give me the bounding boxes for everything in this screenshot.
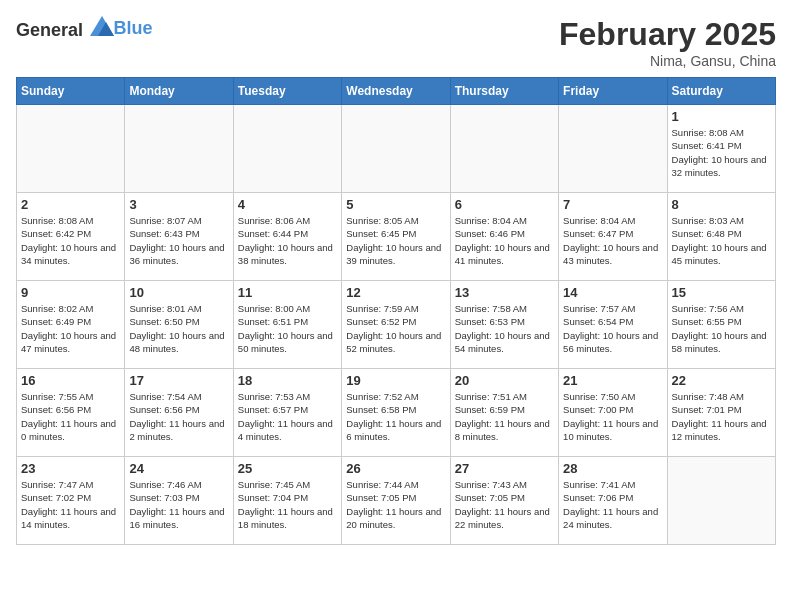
logo-icon bbox=[90, 16, 114, 36]
day-info: Sunrise: 7:51 AM Sunset: 6:59 PM Dayligh… bbox=[455, 390, 554, 443]
logo-general: General bbox=[16, 20, 83, 40]
day-info: Sunrise: 7:50 AM Sunset: 7:00 PM Dayligh… bbox=[563, 390, 662, 443]
day-info: Sunrise: 8:07 AM Sunset: 6:43 PM Dayligh… bbox=[129, 214, 228, 267]
day-header-thursday: Thursday bbox=[450, 78, 558, 105]
calendar-cell: 24Sunrise: 7:46 AM Sunset: 7:03 PM Dayli… bbox=[125, 457, 233, 545]
calendar-cell: 12Sunrise: 7:59 AM Sunset: 6:52 PM Dayli… bbox=[342, 281, 450, 369]
day-info: Sunrise: 7:47 AM Sunset: 7:02 PM Dayligh… bbox=[21, 478, 120, 531]
day-info: Sunrise: 8:08 AM Sunset: 6:42 PM Dayligh… bbox=[21, 214, 120, 267]
day-number: 17 bbox=[129, 373, 228, 388]
day-info: Sunrise: 7:43 AM Sunset: 7:05 PM Dayligh… bbox=[455, 478, 554, 531]
calendar-week-3: 9Sunrise: 8:02 AM Sunset: 6:49 PM Daylig… bbox=[17, 281, 776, 369]
day-number: 20 bbox=[455, 373, 554, 388]
day-info: Sunrise: 7:53 AM Sunset: 6:57 PM Dayligh… bbox=[238, 390, 337, 443]
day-info: Sunrise: 7:56 AM Sunset: 6:55 PM Dayligh… bbox=[672, 302, 771, 355]
day-number: 25 bbox=[238, 461, 337, 476]
calendar-cell: 6Sunrise: 8:04 AM Sunset: 6:46 PM Daylig… bbox=[450, 193, 558, 281]
calendar-cell: 14Sunrise: 7:57 AM Sunset: 6:54 PM Dayli… bbox=[559, 281, 667, 369]
calendar-cell bbox=[17, 105, 125, 193]
day-info: Sunrise: 8:04 AM Sunset: 6:46 PM Dayligh… bbox=[455, 214, 554, 267]
calendar-cell: 28Sunrise: 7:41 AM Sunset: 7:06 PM Dayli… bbox=[559, 457, 667, 545]
day-number: 4 bbox=[238, 197, 337, 212]
calendar-cell: 23Sunrise: 7:47 AM Sunset: 7:02 PM Dayli… bbox=[17, 457, 125, 545]
day-number: 24 bbox=[129, 461, 228, 476]
day-info: Sunrise: 7:44 AM Sunset: 7:05 PM Dayligh… bbox=[346, 478, 445, 531]
calendar-cell: 7Sunrise: 8:04 AM Sunset: 6:47 PM Daylig… bbox=[559, 193, 667, 281]
day-number: 19 bbox=[346, 373, 445, 388]
logo-blue: Blue bbox=[114, 18, 153, 38]
calendar-cell bbox=[559, 105, 667, 193]
day-number: 28 bbox=[563, 461, 662, 476]
day-number: 14 bbox=[563, 285, 662, 300]
day-info: Sunrise: 8:00 AM Sunset: 6:51 PM Dayligh… bbox=[238, 302, 337, 355]
calendar-title: February 2025 bbox=[559, 16, 776, 53]
day-number: 2 bbox=[21, 197, 120, 212]
day-number: 13 bbox=[455, 285, 554, 300]
day-header-friday: Friday bbox=[559, 78, 667, 105]
day-header-monday: Monday bbox=[125, 78, 233, 105]
day-number: 6 bbox=[455, 197, 554, 212]
day-info: Sunrise: 7:46 AM Sunset: 7:03 PM Dayligh… bbox=[129, 478, 228, 531]
day-info: Sunrise: 8:02 AM Sunset: 6:49 PM Dayligh… bbox=[21, 302, 120, 355]
logo: General Blue bbox=[16, 16, 153, 41]
calendar-cell bbox=[342, 105, 450, 193]
day-info: Sunrise: 8:04 AM Sunset: 6:47 PM Dayligh… bbox=[563, 214, 662, 267]
day-info: Sunrise: 7:57 AM Sunset: 6:54 PM Dayligh… bbox=[563, 302, 662, 355]
calendar-cell: 25Sunrise: 7:45 AM Sunset: 7:04 PM Dayli… bbox=[233, 457, 341, 545]
day-number: 10 bbox=[129, 285, 228, 300]
calendar-cell: 20Sunrise: 7:51 AM Sunset: 6:59 PM Dayli… bbox=[450, 369, 558, 457]
day-info: Sunrise: 7:55 AM Sunset: 6:56 PM Dayligh… bbox=[21, 390, 120, 443]
day-header-wednesday: Wednesday bbox=[342, 78, 450, 105]
calendar-cell: 22Sunrise: 7:48 AM Sunset: 7:01 PM Dayli… bbox=[667, 369, 775, 457]
day-header-saturday: Saturday bbox=[667, 78, 775, 105]
day-number: 27 bbox=[455, 461, 554, 476]
day-number: 5 bbox=[346, 197, 445, 212]
title-block: February 2025 Nima, Gansu, China bbox=[559, 16, 776, 69]
day-number: 21 bbox=[563, 373, 662, 388]
calendar-cell: 17Sunrise: 7:54 AM Sunset: 6:56 PM Dayli… bbox=[125, 369, 233, 457]
day-number: 8 bbox=[672, 197, 771, 212]
day-number: 15 bbox=[672, 285, 771, 300]
calendar-cell: 13Sunrise: 7:58 AM Sunset: 6:53 PM Dayli… bbox=[450, 281, 558, 369]
day-info: Sunrise: 7:41 AM Sunset: 7:06 PM Dayligh… bbox=[563, 478, 662, 531]
calendar-cell: 15Sunrise: 7:56 AM Sunset: 6:55 PM Dayli… bbox=[667, 281, 775, 369]
day-number: 7 bbox=[563, 197, 662, 212]
calendar-cell: 11Sunrise: 8:00 AM Sunset: 6:51 PM Dayli… bbox=[233, 281, 341, 369]
day-number: 22 bbox=[672, 373, 771, 388]
day-info: Sunrise: 7:54 AM Sunset: 6:56 PM Dayligh… bbox=[129, 390, 228, 443]
day-header-sunday: Sunday bbox=[17, 78, 125, 105]
day-number: 3 bbox=[129, 197, 228, 212]
day-info: Sunrise: 7:48 AM Sunset: 7:01 PM Dayligh… bbox=[672, 390, 771, 443]
day-info: Sunrise: 8:03 AM Sunset: 6:48 PM Dayligh… bbox=[672, 214, 771, 267]
day-number: 11 bbox=[238, 285, 337, 300]
calendar-subtitle: Nima, Gansu, China bbox=[559, 53, 776, 69]
calendar-cell: 19Sunrise: 7:52 AM Sunset: 6:58 PM Dayli… bbox=[342, 369, 450, 457]
calendar-cell: 10Sunrise: 8:01 AM Sunset: 6:50 PM Dayli… bbox=[125, 281, 233, 369]
day-info: Sunrise: 8:08 AM Sunset: 6:41 PM Dayligh… bbox=[672, 126, 771, 179]
calendar-week-2: 2Sunrise: 8:08 AM Sunset: 6:42 PM Daylig… bbox=[17, 193, 776, 281]
calendar-cell: 4Sunrise: 8:06 AM Sunset: 6:44 PM Daylig… bbox=[233, 193, 341, 281]
day-number: 9 bbox=[21, 285, 120, 300]
calendar-cell bbox=[667, 457, 775, 545]
day-info: Sunrise: 8:05 AM Sunset: 6:45 PM Dayligh… bbox=[346, 214, 445, 267]
day-info: Sunrise: 8:01 AM Sunset: 6:50 PM Dayligh… bbox=[129, 302, 228, 355]
calendar-cell bbox=[450, 105, 558, 193]
calendar-cell: 26Sunrise: 7:44 AM Sunset: 7:05 PM Dayli… bbox=[342, 457, 450, 545]
calendar-cell: 27Sunrise: 7:43 AM Sunset: 7:05 PM Dayli… bbox=[450, 457, 558, 545]
page-header: General Blue February 2025 Nima, Gansu, … bbox=[16, 16, 776, 69]
day-info: Sunrise: 7:45 AM Sunset: 7:04 PM Dayligh… bbox=[238, 478, 337, 531]
calendar-cell: 9Sunrise: 8:02 AM Sunset: 6:49 PM Daylig… bbox=[17, 281, 125, 369]
day-number: 1 bbox=[672, 109, 771, 124]
calendar-cell: 16Sunrise: 7:55 AM Sunset: 6:56 PM Dayli… bbox=[17, 369, 125, 457]
calendar-week-4: 16Sunrise: 7:55 AM Sunset: 6:56 PM Dayli… bbox=[17, 369, 776, 457]
day-header-tuesday: Tuesday bbox=[233, 78, 341, 105]
calendar-cell: 18Sunrise: 7:53 AM Sunset: 6:57 PM Dayli… bbox=[233, 369, 341, 457]
day-number: 23 bbox=[21, 461, 120, 476]
calendar-cell: 1Sunrise: 8:08 AM Sunset: 6:41 PM Daylig… bbox=[667, 105, 775, 193]
calendar-cell: 8Sunrise: 8:03 AM Sunset: 6:48 PM Daylig… bbox=[667, 193, 775, 281]
day-number: 26 bbox=[346, 461, 445, 476]
calendar-header-row: SundayMondayTuesdayWednesdayThursdayFrid… bbox=[17, 78, 776, 105]
calendar-cell: 2Sunrise: 8:08 AM Sunset: 6:42 PM Daylig… bbox=[17, 193, 125, 281]
calendar-week-1: 1Sunrise: 8:08 AM Sunset: 6:41 PM Daylig… bbox=[17, 105, 776, 193]
calendar-cell: 3Sunrise: 8:07 AM Sunset: 6:43 PM Daylig… bbox=[125, 193, 233, 281]
